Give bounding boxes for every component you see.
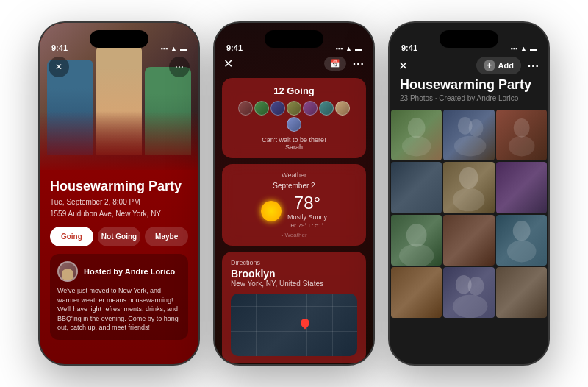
photo-content-2 [443,110,494,160]
phone3-topbar: ✕ + Add ⋯ [398,57,539,74]
directions-card: Directions Brooklyn New York, NY, United… [222,252,366,363]
phone1-event-content: Housewarming Party Tue, September 2, 8:0… [40,170,198,349]
photo-content-5 [443,162,494,213]
album-header: Housewarming Party 23 Photos · Created b… [390,77,548,110]
attendee-avatar-8 [287,117,301,132]
photo-cell-7[interactable] [391,215,442,266]
close-button-3[interactable]: ✕ [398,59,408,73]
directions-city: Brooklyn [231,268,357,280]
signal-icon-2: ▪▪▪ [336,45,343,52]
phone2-cards-content: 12 Going Can't wait to be t [215,23,373,364]
going-button[interactable]: Going [50,227,93,246]
going-card: 12 Going Can't wait to be t [222,78,366,158]
photo-content-9 [496,215,547,266]
svg-point-1 [402,136,431,157]
dynamic-island-3 [440,30,498,48]
host-name: Hosted by Andre Lorico [84,267,175,276]
dynamic-island-2 [265,30,323,48]
phones-container: 9:41 ▪▪▪ ▲ ▬ [24,7,564,380]
svg-point-7 [459,167,478,189]
more-button-1[interactable]: ⋯ [169,57,190,77]
weather-label: Weather [231,171,357,179]
battery-icon-3: ▬ [530,45,537,52]
commenter-name: Sarah [285,143,303,151]
svg-point-4 [454,136,487,157]
hero-overlay [40,111,198,170]
calendar-button-2[interactable]: 📅 [324,57,346,71]
attendee-avatar-2 [254,101,269,116]
sun-icon [261,201,282,221]
photo-cell-3[interactable] [496,110,547,160]
avatar-body [62,269,74,280]
attendee-avatar-6 [319,101,334,116]
status-time-1: 9:41 [51,43,68,52]
attendee-avatars [231,101,357,132]
photo-cell-4[interactable] [391,162,442,213]
phone2-topbar: ✕ 📅 ⋯ [223,57,365,71]
event-address-1: 1559 Audubon Ave, New York, NY [50,209,188,219]
close-button-2[interactable]: ✕ [223,57,233,71]
svg-point-0 [408,118,426,138]
more-button-3[interactable]: ⋯ [527,59,539,73]
phone-1-event-invitation: 9:41 ▪▪▪ ▲ ▬ [38,21,200,366]
map-street-v1 [256,294,257,356]
weather-high-low: H: 79° L: 51° [287,222,327,229]
phone1-topbar: ✕ ⋯ [49,57,190,77]
svg-point-14 [468,277,484,296]
maybe-button[interactable]: Maybe [145,227,188,246]
photo-cell-6[interactable] [496,162,547,213]
status-icons-3: ▪▪▪ ▲ ▬ [511,45,537,52]
weather-source: • Weather [231,232,357,238]
phone3-topbar-actions: + Add ⋯ [476,57,539,74]
photo-grid [390,110,548,318]
photo-cell-9[interactable] [496,215,547,266]
phone2-background: 9:41 ▪▪▪ ▲ ▬ ✕ 📅 ⋯ [215,23,373,364]
attendee-avatar-4 [287,101,301,116]
album-title: Housewarming Party [400,77,538,93]
rsvp-buttons: Going Not Going Maybe [50,227,188,246]
photo-content-1 [391,110,442,160]
wifi-icon-1: ▲ [171,45,177,52]
weather-temp-block: 78° Mostly Sunny H: 79° L: 51° [287,193,327,229]
directions-label: Directions [231,259,357,266]
photo-cell-12[interactable] [496,267,547,318]
svg-point-10 [399,244,434,266]
attendee-avatar-7 [335,101,350,116]
photo-cell-10[interactable] [391,267,442,318]
map-street-h1 [231,306,357,307]
close-button-1[interactable]: ✕ [49,57,69,77]
map-street-h4 [231,344,357,344]
attendee-avatar-5 [303,101,318,116]
more-button-2[interactable]: ⋯ [352,57,365,71]
phone-2-event-details: 9:41 ▪▪▪ ▲ ▬ ✕ 📅 ⋯ [213,21,375,366]
photo-cell-11[interactable] [443,267,494,318]
not-going-button[interactable]: Not Going [98,227,141,246]
signal-icon-1: ▪▪▪ [161,45,168,52]
svg-point-15 [453,295,488,319]
attendee-comment: Can't wait to be there! Sarah [231,136,357,151]
attendee-avatar-1 [238,101,253,116]
photo-cell-8[interactable] [443,215,494,266]
photo-content-11 [443,267,494,318]
host-section: Hosted by Andre Lorico We've just moved … [50,254,188,340]
signal-icon-3: ▪▪▪ [511,45,518,52]
comment-text: Can't wait to be there! [262,136,326,143]
photo-cell-5[interactable] [443,162,494,213]
wifi-icon-2: ▲ [345,45,352,52]
map-grid [231,294,357,356]
host-row: Hosted by Andre Lorico [57,261,181,282]
svg-point-3 [469,119,484,137]
weather-condition: Mostly Sunny [287,213,327,221]
wifi-icon-3: ▲ [520,45,527,52]
svg-point-12 [507,240,537,262]
add-label: Add [498,61,514,70]
svg-point-9 [406,224,427,247]
add-plus-icon: + [484,60,495,71]
photo-cell-2[interactable] [443,110,494,160]
map-view[interactable] [231,294,357,356]
weather-date: September 2 [231,182,357,190]
album-subtitle: 23 Photos · Created by Andre Lorico [400,94,538,102]
map-street-v2 [282,294,282,356]
photo-cell-1[interactable] [391,110,442,160]
add-button-3[interactable]: + Add [476,57,521,74]
